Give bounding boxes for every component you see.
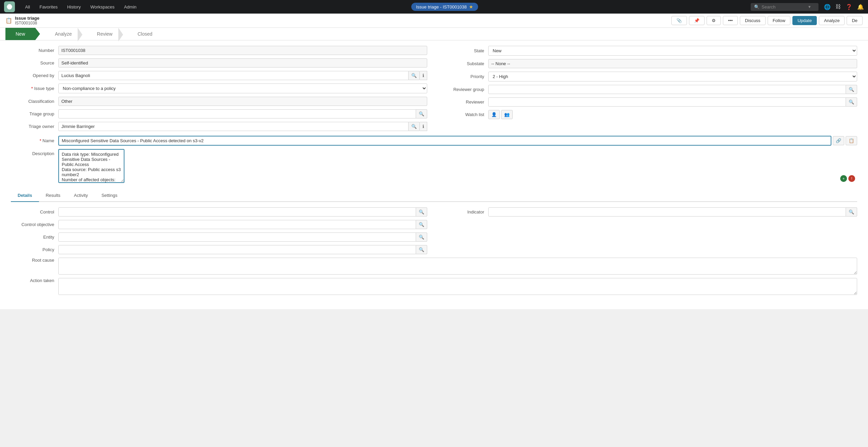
form-right: State New Analyze Review Closed Substate… bbox=[441, 46, 857, 134]
tab-settings[interactable]: Settings bbox=[95, 189, 124, 202]
sub-header: 📋 Issue triage IST0001038 📎 📌 ⚙ ••• Disc… bbox=[0, 14, 868, 28]
control-field[interactable] bbox=[58, 207, 416, 217]
issue-type-select[interactable]: Non-compliance to a policy bbox=[58, 83, 427, 93]
star-icon[interactable]: ★ bbox=[469, 4, 473, 10]
triage-owner-info-icon[interactable]: ℹ bbox=[420, 122, 427, 131]
nav-workspaces[interactable]: Workspaces bbox=[88, 3, 116, 11]
analyze-button[interactable]: Analyze bbox=[819, 16, 845, 25]
name-link-icon[interactable]: 🔗 bbox=[833, 136, 844, 145]
search-dropdown-icon[interactable]: ▼ bbox=[808, 5, 811, 9]
watchlist-row: Watch list 👤 👥 bbox=[441, 110, 857, 119]
root-cause-field[interactable] bbox=[58, 258, 857, 275]
entity-field[interactable] bbox=[58, 232, 416, 242]
policy-field[interactable] bbox=[58, 245, 416, 254]
stage-analyze-label: Analyze bbox=[55, 31, 72, 37]
classification-label: Classification bbox=[11, 99, 58, 104]
reviewer-group-field[interactable] bbox=[488, 85, 846, 94]
priority-select[interactable]: 1 - Critical 2 - High 3 - Moderate 4 - L… bbox=[488, 72, 857, 81]
watchlist-person-icon[interactable]: 👤 bbox=[488, 110, 500, 119]
description-label: Description bbox=[11, 149, 58, 156]
tab-activity[interactable]: Activity bbox=[67, 189, 95, 202]
stage-new[interactable]: New bbox=[5, 28, 40, 40]
control-objective-search-icon[interactable]: 🔍 bbox=[416, 220, 427, 229]
notification-icon[interactable]: 🔔 bbox=[857, 4, 864, 10]
triage-group-input-wrap: 🔍 bbox=[58, 109, 427, 118]
opened-by-search-icon[interactable]: 🔍 bbox=[409, 71, 420, 80]
control-search-icon[interactable]: 🔍 bbox=[416, 207, 427, 217]
reviewer-input-wrap: 🔍 bbox=[488, 97, 857, 107]
triage-group-field[interactable] bbox=[58, 109, 416, 118]
policy-search-icon[interactable]: 🔍 bbox=[416, 245, 427, 254]
triage-group-row: Triage group 🔍 bbox=[11, 109, 427, 118]
priority-label: Priority bbox=[441, 74, 488, 79]
state-row: State New Analyze Review Closed bbox=[441, 46, 857, 56]
stage-review[interactable]: Review bbox=[82, 28, 123, 40]
name-label: Name bbox=[11, 138, 58, 143]
stage-closed-label: Closed bbox=[138, 31, 153, 37]
nav-favorites[interactable]: Favorites bbox=[37, 3, 59, 11]
reviewer-field[interactable] bbox=[488, 97, 846, 107]
source-row: Source bbox=[11, 58, 427, 68]
reviewer-search-icon[interactable]: 🔍 bbox=[846, 97, 857, 107]
tab-results[interactable]: Results bbox=[39, 189, 67, 202]
indicator-search-icon[interactable]: 🔍 bbox=[846, 207, 857, 217]
more-button[interactable]: ••• bbox=[723, 16, 738, 25]
name-row: Name 🔗 📋 bbox=[11, 136, 857, 146]
desc-add-icon[interactable]: + bbox=[840, 175, 847, 182]
name-input-wrap: 🔗 📋 bbox=[58, 136, 857, 146]
attachment-button[interactable]: 📎 bbox=[671, 16, 687, 25]
de-button[interactable]: De bbox=[847, 16, 863, 25]
search-bar[interactable]: 🔍 ▼ bbox=[751, 3, 818, 11]
state-select[interactable]: New Analyze Review Closed bbox=[488, 46, 857, 56]
discuss-button[interactable]: Discuss bbox=[740, 16, 766, 25]
details-form: Control 🔍 Control objective 🔍 Entity bbox=[11, 202, 857, 304]
entity-search-icon[interactable]: 🔍 bbox=[416, 232, 427, 242]
update-button[interactable]: Update bbox=[792, 16, 817, 25]
search-icon: 🔍 bbox=[754, 4, 760, 10]
state-label: State bbox=[441, 48, 488, 53]
name-field[interactable] bbox=[58, 136, 831, 146]
stage-analyze[interactable]: Analyze bbox=[40, 28, 82, 40]
description-wrap: Data risk type: Misconfigured Sensitive … bbox=[58, 149, 857, 184]
description-field[interactable]: Data risk type: Misconfigured Sensitive … bbox=[58, 149, 124, 183]
triage-owner-field[interactable] bbox=[58, 122, 409, 131]
indicator-field[interactable] bbox=[488, 207, 846, 217]
search-input[interactable] bbox=[762, 4, 806, 10]
nav-admin[interactable]: Admin bbox=[122, 3, 139, 11]
entity-row: Entity 🔍 bbox=[11, 232, 427, 242]
pin-button[interactable]: 📌 bbox=[689, 16, 705, 25]
triage-owner-label: Triage owner bbox=[11, 124, 58, 129]
follow-button[interactable]: Follow bbox=[768, 16, 791, 25]
triage-group-search-icon[interactable]: 🔍 bbox=[416, 109, 427, 118]
triage-owner-row: Triage owner 🔍 ℹ bbox=[11, 122, 427, 131]
nav-history[interactable]: History bbox=[65, 3, 83, 11]
tab-details[interactable]: Details bbox=[11, 189, 39, 202]
entity-label: Entity bbox=[11, 235, 58, 240]
desc-alert-icon[interactable]: ! bbox=[848, 175, 855, 182]
name-copy-icon[interactable]: 📋 bbox=[846, 136, 857, 145]
action-taken-field[interactable] bbox=[58, 278, 857, 295]
opened-by-info-icon[interactable]: ℹ bbox=[420, 71, 427, 80]
main-content: Number Source Opened by 🔍 ℹ Issue type N… bbox=[0, 40, 868, 309]
reviewer-group-search-icon[interactable]: 🔍 bbox=[846, 85, 857, 94]
help-icon[interactable]: ❓ bbox=[846, 4, 852, 10]
stage-new-label: New bbox=[16, 31, 25, 37]
stage-closed[interactable]: Closed bbox=[123, 28, 163, 40]
triage-owner-input-wrap: 🔍 ℹ bbox=[58, 122, 427, 131]
description-icons: + ! bbox=[840, 175, 855, 183]
entity-input-wrap: 🔍 bbox=[58, 232, 427, 242]
triage-owner-search-icon[interactable]: 🔍 bbox=[409, 122, 420, 131]
classification-row: Classification bbox=[11, 97, 427, 106]
details-left: Control 🔍 Control objective 🔍 Entity bbox=[11, 207, 427, 258]
servicenow-logo[interactable] bbox=[4, 1, 15, 12]
nav-all[interactable]: All bbox=[23, 3, 32, 11]
link-icon[interactable]: ⛓ bbox=[835, 4, 841, 10]
opened-by-input-wrap: 🔍 ℹ bbox=[58, 71, 427, 80]
settings-button[interactable]: ⚙ bbox=[707, 16, 721, 25]
opened-by-field[interactable] bbox=[58, 71, 409, 80]
breadcrumb-tab[interactable]: Issue triage - IST0001038 ★ bbox=[411, 3, 478, 11]
source-field bbox=[58, 58, 427, 68]
globe-icon[interactable]: 🌐 bbox=[824, 4, 831, 10]
control-objective-field[interactable] bbox=[58, 220, 416, 229]
watchlist-group-icon[interactable]: 👥 bbox=[501, 110, 513, 119]
